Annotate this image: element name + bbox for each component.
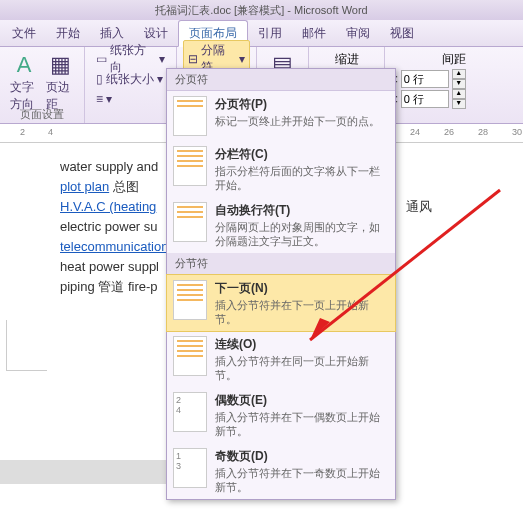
breaks-menu: 分页符 分页符(P)标记一页终止并开始下一页的点。 分栏符(C)指示分栏符后面的… [166, 68, 396, 500]
orientation-icon: ▭ [96, 52, 107, 66]
margins-icon: ▦ [46, 51, 74, 79]
menu-header-page: 分页符 [167, 69, 395, 91]
menu-continuous[interactable]: 连续(O)插入分节符并在同一页上开始新节。 [167, 331, 395, 387]
link[interactable]: telecommunication [60, 239, 168, 254]
odd-page-icon: 13 [173, 448, 207, 488]
tab-file[interactable]: 文件 [2, 21, 46, 46]
spacing-after-input[interactable] [401, 90, 449, 108]
column-break-icon [173, 146, 207, 186]
menu-odd-page[interactable]: 13 奇数页(D)插入分节符并在下一奇数页上开始新节。 [167, 443, 395, 499]
link[interactable]: plot plan [60, 179, 109, 194]
page-break-icon [173, 96, 207, 136]
indent-label: 缩进 [335, 51, 359, 68]
even-page-icon: 24 [173, 392, 207, 432]
tab-mailings[interactable]: 邮件 [292, 21, 336, 46]
tab-review[interactable]: 审阅 [336, 21, 380, 46]
menu-text-wrap[interactable]: 自动换行符(T)分隔网页上的对象周围的文字，如分隔题注文字与正文。 [167, 197, 395, 253]
wrap-icon [173, 202, 207, 242]
menu-page-break[interactable]: 分页符(P)标记一页终止并开始下一页的点。 [167, 91, 395, 141]
size-icon: ▯ [96, 72, 103, 86]
menu-header-section: 分节符 [167, 253, 395, 275]
menu-next-page[interactable]: 下一页(N)插入分节符并在下一页上开始新节。 [166, 274, 396, 332]
text-direction-button[interactable]: A 文字方向 [6, 49, 42, 115]
margins-button[interactable]: ▦ 页边距 [42, 49, 78, 115]
breaks-icon: ⊟ [188, 52, 198, 66]
page-gap [0, 460, 166, 484]
ribbon-tabs: 文件 开始 插入 设计 页面布局 引用 邮件 审阅 视图 [0, 20, 523, 47]
spacing-before-input[interactable] [401, 70, 449, 88]
page-corner [6, 320, 47, 371]
spin-up[interactable]: ▲ [452, 69, 466, 79]
window-title: 托福词汇表.doc [兼容模式] - Microsoft Word [0, 0, 523, 20]
spin-up[interactable]: ▲ [452, 89, 466, 99]
columns-button[interactable]: ≡▾ [91, 90, 117, 108]
menu-even-page[interactable]: 24 偶数页(E)插入分节符并在下一偶数页上开始新节。 [167, 387, 395, 443]
tab-view[interactable]: 视图 [380, 21, 424, 46]
next-page-icon [173, 280, 207, 320]
continuous-icon [173, 336, 207, 376]
link[interactable]: H.V.A.C (heating [60, 199, 156, 214]
group-page-setup: 页面设置 [0, 107, 84, 122]
spacing-label: 间距 [442, 51, 466, 68]
text: 总图 [109, 179, 139, 194]
spin-down[interactable]: ▼ [452, 99, 466, 109]
tab-home[interactable]: 开始 [46, 21, 90, 46]
spin-down[interactable]: ▼ [452, 79, 466, 89]
columns-icon: ≡ [96, 92, 103, 106]
text: 通风 [406, 199, 432, 214]
text-direction-icon: A [10, 51, 38, 79]
tab-references[interactable]: 引用 [248, 21, 292, 46]
paper-size-button[interactable]: ▯纸张大小▾ [91, 69, 168, 90]
menu-column-break[interactable]: 分栏符(C)指示分栏符后面的文字将从下一栏开始。 [167, 141, 395, 197]
